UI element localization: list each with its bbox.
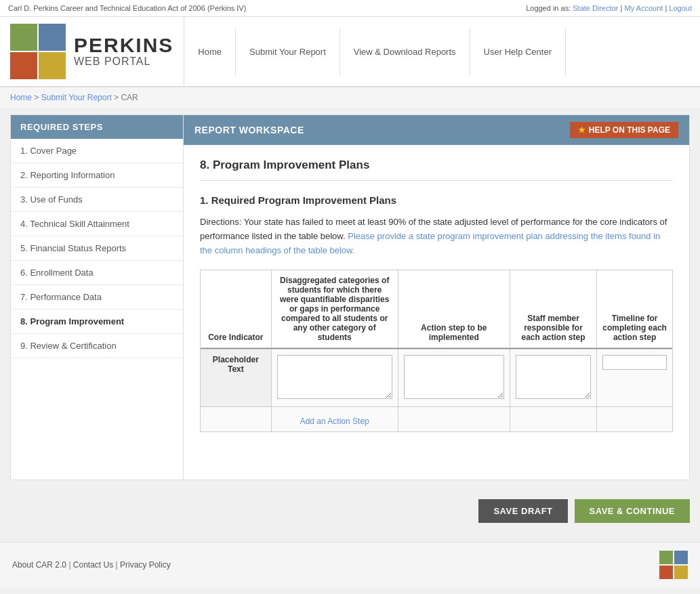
tile-blue xyxy=(39,24,66,51)
col-header-action: Action step to be implemented xyxy=(398,270,510,348)
sidebar-item-program-improvement[interactable]: 8. Program Improvement xyxy=(11,310,183,334)
nav-help-center[interactable]: User Help Center xyxy=(470,28,566,76)
help-button[interactable]: ★ HELP ON THIS PAGE xyxy=(570,122,678,138)
add-action-link[interactable]: Add an Action Step xyxy=(277,412,392,426)
col-header-staff: Staff member responsible for each action… xyxy=(510,270,596,348)
improvement-table: Core Indicator Disaggregated categories … xyxy=(200,270,673,432)
nav-view-download[interactable]: View & Download Reports xyxy=(340,28,470,76)
breadcrumb-submit[interactable]: Submit Your Report xyxy=(41,93,112,102)
col-header-timeline: Timeline for completing each action step xyxy=(597,270,673,348)
logo-tiles xyxy=(10,24,66,79)
placeholder-label: Placeholder Text xyxy=(213,355,259,374)
disagg-textarea[interactable] xyxy=(277,355,392,399)
staff-cell xyxy=(510,349,596,407)
sidebar-item-performance-data[interactable]: 7. Performance Data xyxy=(11,285,183,310)
action-textarea[interactable] xyxy=(404,355,504,399)
content-area: REPORT WORKSPACE ★ HELP ON THIS PAGE 8. … xyxy=(184,115,689,480)
save-continue-button[interactable]: SAVE & CONTINUE xyxy=(575,499,690,523)
footer-tile-orange xyxy=(659,566,673,579)
my-account-link[interactable]: My Account xyxy=(625,4,663,12)
breadcrumb-sep1: > xyxy=(34,93,41,102)
placeholder-cell: Placeholder Text xyxy=(201,349,272,407)
logged-in-label: Logged in as: xyxy=(526,4,571,12)
breadcrumb-current: CAR xyxy=(121,93,138,102)
help-label: HELP ON THIS PAGE xyxy=(589,125,670,135)
breadcrumb-home[interactable]: Home xyxy=(10,93,32,102)
main-layout: REQUIRED STEPS 1. Cover Page 2. Reportin… xyxy=(10,114,690,480)
footer: About CAR 2.0 | Contact Us | Privacy Pol… xyxy=(0,542,700,587)
sidebar-header: REQUIRED STEPS xyxy=(11,115,183,139)
save-draft-button[interactable]: SAVE DRAFT xyxy=(478,499,567,523)
sidebar: REQUIRED STEPS 1. Cover Page 2. Reportin… xyxy=(11,115,184,480)
tile-green xyxy=(10,24,37,51)
app-title: Carl D. Perkins Career and Technical Edu… xyxy=(8,4,246,12)
disagg-cell xyxy=(271,349,398,407)
logout-link[interactable]: Logout xyxy=(669,4,692,12)
breadcrumb-sep2: > xyxy=(114,93,121,102)
breadcrumb: Home > Submit Your Report > CAR xyxy=(0,87,700,108)
page-title: 8. Program Improvement Plans xyxy=(200,158,673,181)
footer-links: About CAR 2.0 | Contact Us | Privacy Pol… xyxy=(12,560,171,570)
star-icon: ★ xyxy=(578,125,585,135)
staff-textarea[interactable] xyxy=(516,355,591,399)
add-action-row: Add an Action Step xyxy=(201,407,673,432)
content-body: 8. Program Improvement Plans 1. Required… xyxy=(184,145,689,446)
logo-web-portal: WEB PORTAL xyxy=(74,56,173,68)
timeline-input[interactable] xyxy=(602,355,667,370)
content-header: REPORT WORKSPACE ★ HELP ON THIS PAGE xyxy=(184,115,689,145)
logo-text: PERKINS WEB PORTAL xyxy=(74,35,173,68)
tile-yellow xyxy=(39,52,66,79)
header-row: PERKINS WEB PORTAL Home Submit Your Repo… xyxy=(0,17,700,87)
sidebar-item-technical-skill[interactable]: 4. Technical Skill Attainment xyxy=(11,212,183,236)
footer-tile-green xyxy=(659,551,673,564)
timeline-cell xyxy=(597,349,673,407)
sidebar-item-enrollment-data[interactable]: 6. Enrollment Data xyxy=(11,261,183,285)
footer-contact[interactable]: Contact Us xyxy=(73,560,113,570)
col-header-disagg: Disaggregated categories of students for… xyxy=(271,270,398,348)
logo-perkins: PERKINS xyxy=(74,35,173,56)
footer-tile-yellow xyxy=(674,566,688,579)
top-bar: Carl D. Perkins Career and Technical Edu… xyxy=(0,0,700,17)
workspace-label: REPORT WORKSPACE xyxy=(194,125,304,135)
header-nav-area: Home Submit Your Report View & Download … xyxy=(184,17,700,86)
nav-submit-report[interactable]: Submit Your Report xyxy=(236,28,340,76)
footer-tile-blue xyxy=(674,551,688,564)
nav-home[interactable]: Home xyxy=(184,28,236,76)
footer-tiles xyxy=(659,551,688,579)
col-header-core: Core Indicator xyxy=(201,270,272,348)
section-title: 1. Required Program Improvement Plans xyxy=(200,194,673,206)
sidebar-item-use-of-funds[interactable]: 3. Use of Funds xyxy=(11,188,183,212)
sidebar-item-financial-status[interactable]: 5. Financial Status Reports xyxy=(11,236,183,261)
logo-area: PERKINS WEB PORTAL xyxy=(0,17,184,86)
footer-privacy[interactable]: Privacy Policy xyxy=(120,560,171,570)
button-row: SAVE DRAFT SAVE & CONTINUE xyxy=(0,487,700,535)
tile-orange xyxy=(10,52,37,79)
footer-about[interactable]: About CAR 2.0 xyxy=(12,560,66,570)
directions: Directions: Your state has failed to mee… xyxy=(200,215,673,257)
state-director-link[interactable]: State Director xyxy=(573,4,618,12)
top-bar-right: Logged in as: State Director | My Accoun… xyxy=(526,4,692,12)
sidebar-item-cover-page[interactable]: 1. Cover Page xyxy=(11,139,183,163)
table-row: Placeholder Text xyxy=(201,349,673,407)
action-cell xyxy=(398,349,510,407)
sidebar-item-review-certification[interactable]: 9. Review & Certification xyxy=(11,334,183,358)
sidebar-item-reporting-info[interactable]: 2. Reporting Information xyxy=(11,163,183,188)
